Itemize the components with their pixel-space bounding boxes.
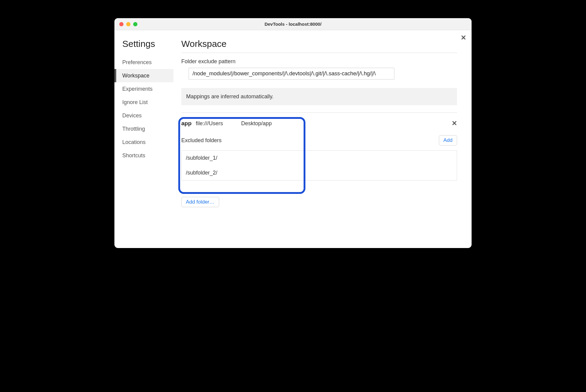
sidebar-item-experiments[interactable]: Experiments bbox=[114, 82, 173, 96]
exclude-pattern-input[interactable] bbox=[189, 68, 394, 80]
excluded-folder-item[interactable]: /subfolder_2/ bbox=[182, 165, 457, 180]
sidebar-item-label: Experiments bbox=[122, 86, 153, 92]
sidebar-item-label: Ignore List bbox=[122, 99, 148, 106]
content-area: Settings Preferences Workspace Experimen… bbox=[114, 30, 472, 248]
folder-path-suffix: Desktop/app bbox=[241, 120, 272, 126]
folder-header: app file:///UsersDesktop/app ✕ bbox=[181, 120, 457, 127]
sidebar-item-shortcuts[interactable]: Shortcuts bbox=[114, 149, 173, 162]
workspace-folder-block: app file:///UsersDesktop/app ✕ Excluded … bbox=[181, 120, 457, 207]
settings-sidebar: Settings Preferences Workspace Experimen… bbox=[114, 30, 173, 248]
add-excluded-button[interactable]: Add bbox=[439, 135, 457, 145]
settings-main: ✕ Workspace Folder exclude pattern Mappi… bbox=[173, 30, 472, 248]
window-zoom-button[interactable] bbox=[133, 22, 137, 26]
exclude-pattern-label: Folder exclude pattern bbox=[181, 58, 457, 65]
folder-path: file:///UsersDesktop/app bbox=[196, 120, 272, 127]
sidebar-item-label: Shortcuts bbox=[122, 152, 145, 159]
excluded-folders-list: /subfolder_1/ /subfolder_2/ bbox=[181, 150, 457, 181]
titlebar: DevTools - localhost:8000/ bbox=[114, 18, 472, 30]
sidebar-item-label: Throttling bbox=[122, 126, 145, 132]
sidebar-item-preferences[interactable]: Preferences bbox=[114, 56, 173, 69]
page-title: Workspace bbox=[181, 39, 457, 49]
sidebar-item-label: Devices bbox=[122, 113, 142, 119]
window-minimize-button[interactable] bbox=[126, 22, 130, 26]
close-icon[interactable]: ✕ bbox=[461, 34, 466, 41]
sidebar-item-throttling[interactable]: Throttling bbox=[114, 122, 173, 136]
divider bbox=[181, 113, 457, 113]
info-banner: Mappings are inferred automatically. bbox=[181, 88, 457, 105]
sidebar-item-label: Preferences bbox=[122, 59, 152, 66]
sidebar-item-devices[interactable]: Devices bbox=[114, 109, 173, 122]
traffic-lights bbox=[119, 22, 137, 26]
excluded-folders-label: Excluded folders bbox=[181, 137, 222, 144]
sidebar-title: Settings bbox=[114, 39, 173, 49]
devtools-window: DevTools - localhost:8000/ Settings Pref… bbox=[114, 18, 472, 248]
remove-folder-icon[interactable]: ✕ bbox=[452, 119, 457, 127]
sidebar-item-label: Locations bbox=[122, 139, 146, 145]
folder-path-prefix: file:///Users bbox=[196, 120, 223, 126]
divider bbox=[181, 53, 457, 53]
window-title: DevTools - localhost:8000/ bbox=[114, 21, 472, 27]
sidebar-item-locations[interactable]: Locations bbox=[114, 136, 173, 149]
excluded-folder-item[interactable]: /subfolder_1/ bbox=[182, 151, 457, 165]
window-close-button[interactable] bbox=[119, 22, 123, 26]
add-folder-row: Add folder… bbox=[181, 197, 457, 207]
excluded-folders-header: Excluded folders Add bbox=[181, 135, 457, 145]
add-folder-button[interactable]: Add folder… bbox=[181, 197, 219, 207]
sidebar-item-ignore-list[interactable]: Ignore List bbox=[114, 96, 173, 109]
folder-name: app bbox=[181, 120, 192, 127]
sidebar-item-workspace[interactable]: Workspace bbox=[114, 69, 173, 82]
sidebar-item-label: Workspace bbox=[122, 73, 150, 79]
